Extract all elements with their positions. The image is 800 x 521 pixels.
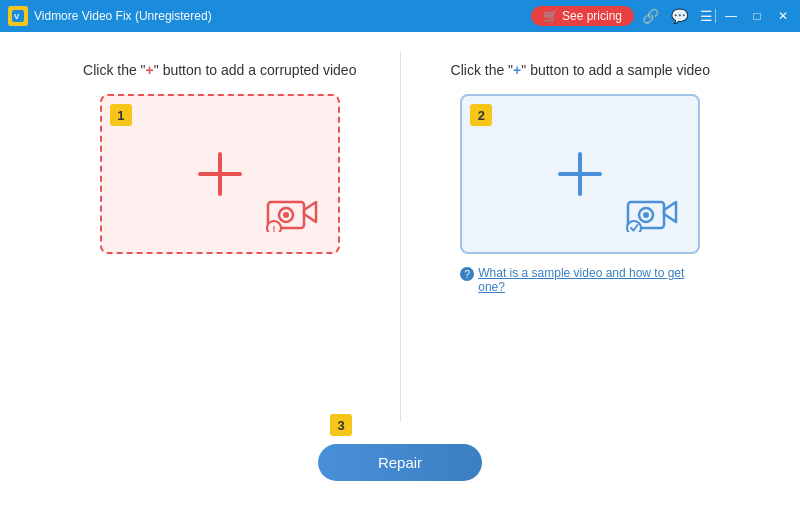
close-button[interactable]: ✕ [774, 7, 792, 25]
title-divider [715, 9, 716, 23]
add-sample-icon [550, 144, 610, 204]
svg-point-7 [283, 212, 289, 218]
sample-camera-icon [626, 192, 678, 236]
main-content: Click the "+" button to add a corrupted … [0, 32, 800, 521]
chat-icon[interactable]: 💬 [671, 8, 688, 24]
see-pricing-button[interactable]: 🛒 See pricing [531, 6, 634, 26]
cart-icon: 🛒 [543, 9, 558, 23]
right-plus-highlight: + [513, 62, 521, 78]
window-controls: — □ ✕ [722, 7, 792, 25]
help-link-text: What is a sample video and how to get on… [478, 266, 700, 294]
minimize-button[interactable]: — [722, 7, 740, 25]
badge-1: 1 [110, 104, 132, 126]
bottom-section: 3 Repair [318, 422, 482, 501]
link-icon[interactable]: 🔗 [642, 8, 659, 24]
svg-marker-13 [664, 202, 676, 222]
help-link[interactable]: ? What is a sample video and how to get … [460, 266, 700, 294]
left-panel: Click the "+" button to add a corrupted … [40, 52, 400, 422]
right-panel-title: Click the "+" button to add a sample vid… [451, 62, 710, 78]
svg-text:!: ! [272, 224, 275, 232]
right-panel: Click the "+" button to add a sample vid… [401, 52, 761, 422]
toolbar-icons: 🔗 💬 ☰ [642, 8, 713, 24]
repair-button[interactable]: Repair [318, 444, 482, 481]
sample-video-drop-zone[interactable]: 2 [460, 94, 700, 254]
svg-marker-5 [304, 202, 316, 222]
menu-icon[interactable]: ☰ [700, 8, 713, 24]
corrupted-video-drop-zone[interactable]: 1 ! [100, 94, 340, 254]
panels-container: Click the "+" button to add a corrupted … [40, 52, 760, 422]
add-corrupted-icon [190, 144, 250, 204]
corrupted-camera-icon: ! [266, 192, 318, 236]
app-title: Vidmore Video Fix (Unregistered) [34, 9, 531, 23]
left-plus-highlight: + [146, 62, 154, 78]
maximize-button[interactable]: □ [748, 7, 766, 25]
app-logo: V [8, 6, 28, 26]
badge-3: 3 [330, 414, 352, 436]
pricing-label: See pricing [562, 9, 622, 23]
svg-text:V: V [14, 12, 20, 21]
help-circle-icon: ? [460, 267, 474, 281]
svg-point-15 [643, 212, 649, 218]
left-panel-title: Click the "+" button to add a corrupted … [83, 62, 356, 78]
title-bar: V Vidmore Video Fix (Unregistered) 🛒 See… [0, 0, 800, 32]
badge-2: 2 [470, 104, 492, 126]
